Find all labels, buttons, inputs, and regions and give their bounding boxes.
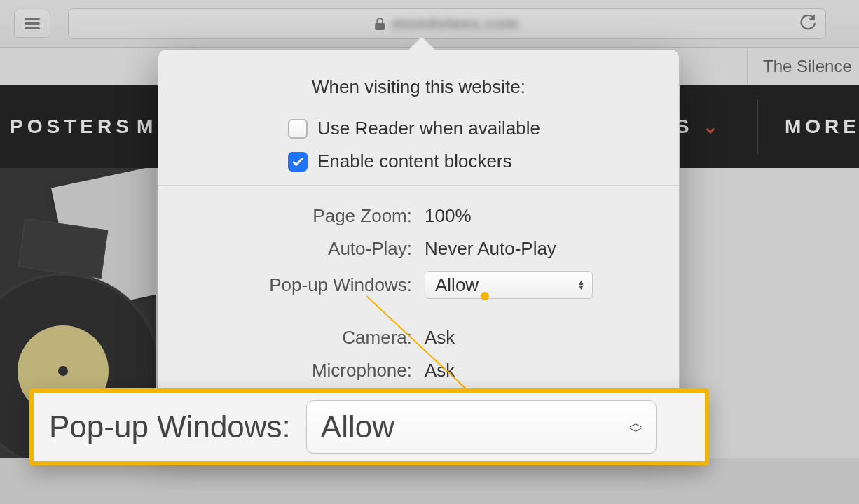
nav-item-more[interactable]: MORE <box>785 115 859 138</box>
url-host: mondotees.com <box>392 15 519 33</box>
checkbox-use-reader[interactable] <box>288 119 308 139</box>
tab-other[interactable]: The Silence <box>747 48 859 85</box>
camera-value[interactable]: Ask <box>425 327 656 349</box>
microphone-value[interactable]: Ask <box>425 360 656 382</box>
popup-windows-select[interactable]: Allow ▲▼ <box>425 271 593 299</box>
chevron-down-icon: ⌄ <box>703 116 722 138</box>
page-zoom-label: Page Zoom: <box>158 205 412 227</box>
sidebar-toggle-button[interactable] <box>14 10 50 38</box>
browser-toolbar: mondotees.com <box>0 0 859 48</box>
camera-label: Camera: <box>158 327 412 349</box>
callout-value: Allow <box>321 410 394 444</box>
popover-divider <box>158 185 679 186</box>
select-stepper-icon: ︿﹀ <box>629 419 643 435</box>
reload-icon[interactable] <box>799 15 817 33</box>
annotation-callout: Pop-up Windows: Allow ︿﹀ <box>29 388 709 465</box>
checkbox-content-blockers-label: Enable content blockers <box>317 150 512 172</box>
tab-label: The Silence <box>763 57 852 76</box>
popup-windows-label: Pop-up Windows: <box>158 274 412 296</box>
annotation-dot <box>481 292 489 300</box>
nav-item-partial-m[interactable]: M <box>137 115 157 138</box>
auto-play-value[interactable]: Never Auto-Play <box>425 238 656 260</box>
microphone-label: Microphone: <box>158 360 412 382</box>
checkbox-use-reader-label: Use Reader when available <box>317 118 540 139</box>
lock-icon <box>375 18 385 30</box>
website-settings-popover: When visiting this website: Use Reader w… <box>158 49 680 441</box>
select-stepper-icon: ▲▼ <box>577 280 585 290</box>
url-bar[interactable]: mondotees.com <box>68 8 826 39</box>
popup-windows-value: Allow <box>435 274 479 296</box>
callout-label: Pop-up Windows: <box>49 410 291 444</box>
auto-play-label: Auto-Play: <box>158 238 412 260</box>
callout-select[interactable]: Allow ︿﹀ <box>306 400 657 454</box>
page-zoom-value[interactable]: 100% <box>425 205 656 227</box>
nav-item-posters[interactable]: POSTERS <box>10 115 133 138</box>
checkbox-content-blockers[interactable] <box>288 152 308 172</box>
popover-title: When visiting this website: <box>158 76 679 98</box>
nav-separator <box>757 99 758 154</box>
